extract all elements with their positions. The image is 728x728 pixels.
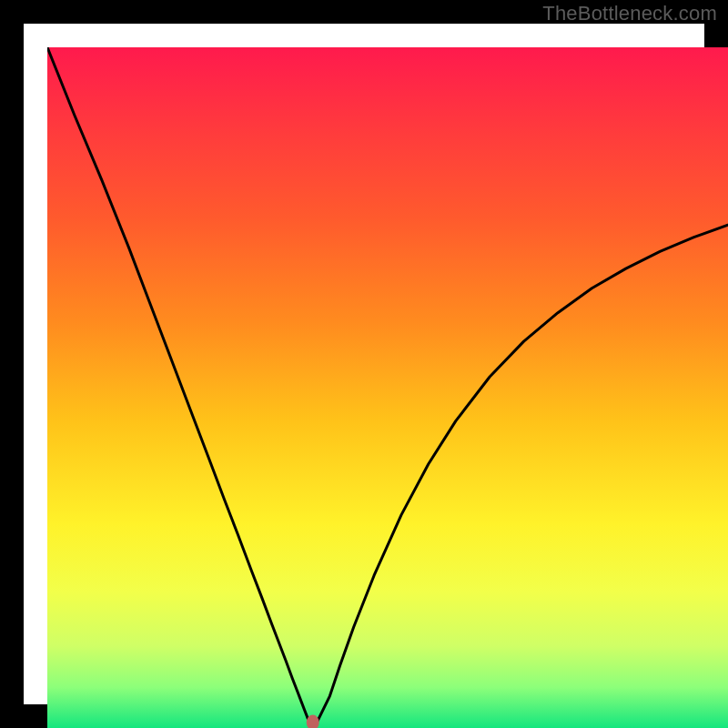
watermark-text: TheBottleneck.com	[542, 2, 717, 25]
marker-layer	[47, 47, 728, 728]
chart-container: TheBottleneck.com	[0, 0, 728, 728]
chart-frame	[0, 0, 728, 728]
optimal-marker	[307, 715, 319, 729]
plot-area	[47, 47, 728, 728]
